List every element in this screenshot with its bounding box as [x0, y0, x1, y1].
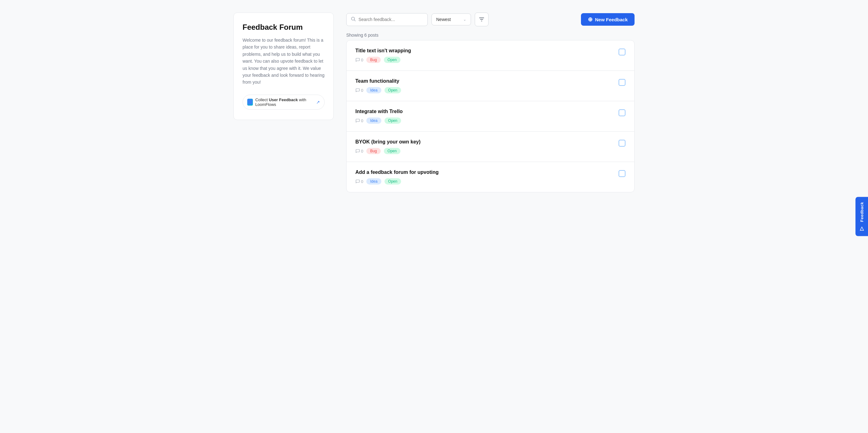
post-checkbox[interactable] [619, 110, 625, 116]
comment-count: 0 [355, 88, 363, 93]
post-content: Integrate with Trello 0 IdeaOpen [355, 109, 612, 124]
comment-count: 0 [355, 149, 363, 154]
post-item[interactable]: Team functionality 0 IdeaOpen [347, 71, 634, 101]
feedback-tab-icon: △ [860, 225, 864, 231]
tag-open: Open [384, 148, 400, 154]
filter-button[interactable] [475, 12, 489, 26]
tag-open: Open [384, 87, 401, 93]
chevron-down-icon: ⌄ [463, 17, 466, 22]
sort-dropdown[interactable]: Newest Oldest Most Voted Least Voted ⌄ [432, 13, 471, 25]
cursor-icon: ↗ [316, 100, 320, 105]
post-content: Title text isn't wrapping 0 BugOpen [355, 48, 612, 63]
post-meta: 0 IdeaOpen [355, 118, 612, 124]
comment-count: 0 [355, 118, 363, 123]
feedback-tab[interactable]: Feedback △ [856, 197, 868, 236]
post-meta: 0 BugOpen [355, 148, 612, 154]
post-checkbox[interactable] [619, 79, 625, 86]
feedback-tab-label: Feedback [860, 202, 864, 222]
tag-open: Open [384, 118, 401, 124]
tag-idea: Idea [366, 178, 381, 185]
loomflows-icon [247, 99, 253, 105]
post-checkbox[interactable] [619, 49, 625, 56]
sidebar-description: Welcome to our feedback forum! This is a… [243, 37, 324, 86]
comment-icon [355, 149, 360, 153]
comment-icon [355, 118, 360, 123]
branding-text: Collect User Feedback with LoomFlows [255, 97, 314, 107]
sidebar-title: Feedback Forum [243, 23, 324, 32]
post-checkbox[interactable] [619, 170, 625, 177]
search-input[interactable] [359, 17, 423, 22]
filter-icon [479, 17, 485, 22]
svg-rect-0 [248, 100, 252, 104]
comment-icon [355, 179, 360, 184]
post-content: Add a feedback forum for upvoting 0 Idea… [355, 169, 612, 185]
posts-list: Title text isn't wrapping 0 BugOpen Team… [346, 40, 634, 192]
post-content: Team functionality 0 IdeaOpen [355, 78, 612, 93]
search-wrapper[interactable] [346, 13, 428, 26]
post-item[interactable]: Integrate with Trello 0 IdeaOpen [347, 101, 634, 132]
comment-count: 0 [355, 179, 363, 184]
tag-bug: Bug [366, 57, 380, 63]
post-title: Team functionality [355, 78, 612, 84]
sort-select-input[interactable]: Newest Oldest Most Voted Least Voted [436, 17, 461, 22]
comment-icon [355, 58, 360, 62]
post-title: BYOK (bring your own key) [355, 139, 612, 145]
main-content: Newest Oldest Most Voted Least Voted ⌄ ⊕… [346, 12, 634, 192]
search-icon [351, 17, 356, 23]
tag-idea: Idea [366, 118, 381, 124]
post-title: Add a feedback forum for upvoting [355, 169, 612, 175]
post-item[interactable]: Add a feedback forum for upvoting 0 Idea… [347, 162, 634, 192]
post-title: Integrate with Trello [355, 109, 612, 114]
post-meta: 0 IdeaOpen [355, 178, 612, 185]
new-feedback-button[interactable]: ⊕ New Feedback [581, 13, 634, 26]
tag-bug: Bug [366, 148, 380, 154]
post-title: Title text isn't wrapping [355, 48, 612, 54]
toolbar: Newest Oldest Most Voted Least Voted ⌄ ⊕… [346, 12, 634, 26]
branding-badge[interactable]: Collect User Feedback with LoomFlows ↗ [243, 95, 324, 110]
post-item[interactable]: BYOK (bring your own key) 0 BugOpen [347, 132, 634, 162]
plus-circle-icon: ⊕ [588, 17, 593, 22]
post-meta: 0 IdeaOpen [355, 87, 612, 93]
post-item[interactable]: Title text isn't wrapping 0 BugOpen [347, 40, 634, 71]
comment-icon [355, 88, 360, 92]
sidebar: Feedback Forum Welcome to our feedback f… [234, 12, 334, 192]
tag-open: Open [384, 57, 400, 63]
tag-open: Open [384, 178, 401, 185]
post-meta: 0 BugOpen [355, 57, 612, 63]
post-content: BYOK (bring your own key) 0 BugOpen [355, 139, 612, 154]
sidebar-card: Feedback Forum Welcome to our feedback f… [234, 12, 334, 120]
tag-idea: Idea [366, 87, 381, 93]
post-checkbox[interactable] [619, 140, 625, 147]
svg-line-2 [354, 20, 356, 21]
comment-count: 0 [355, 58, 363, 62]
posts-count: Showing 6 posts [346, 33, 634, 38]
